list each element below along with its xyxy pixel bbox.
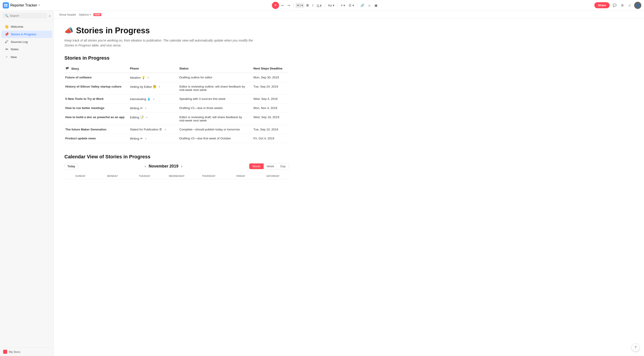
sidebar-item-label: New [11,55,49,59]
day-view-button[interactable]: Day [277,164,289,169]
calendar-day-header: THURSDAY [193,173,225,179]
welcome-icon: 👋 [4,24,9,29]
sidebar-nav: 👋 Welcome 📌 Stories in Progress 🖊 Source… [0,21,54,347]
calendar-day-header: TUESDAY [128,173,160,179]
svg-rect-0 [4,4,6,5]
help-button[interactable]: ? [632,344,640,352]
show-header-button[interactable]: Show header [59,13,76,16]
section-title: Stories in Progress [64,55,289,61]
sidebar-item-label: Sources Log [11,40,44,43]
toolbar-right: Share 💬 ⚙ ⤢ 👤 [594,2,641,9]
calendar-section: Calendar View of Stories in Progress Tod… [64,154,289,179]
prev-month-button[interactable]: ‹ [145,164,146,169]
underline-button[interactable]: U ▾ [316,3,323,8]
week-view-button[interactable]: Week [264,164,277,169]
phase-dropdown-btn[interactable]: ▼ [144,137,147,140]
redo-button[interactable]: ↪ [286,3,292,8]
my-docs-item[interactable]: My Docs [3,350,50,354]
calendar-header: Today ‹ November 2019 › Month Week Day [64,163,289,169]
toolbar-center: + ↩ ↪ H1 ▾ B I U ▾ Aa ▾ ≡ ▾ ☰ ▾ 🔗 ☺ ▣ [58,2,592,9]
story-cell: Product update news [64,134,127,143]
emoji-button[interactable]: ☺ [366,3,372,8]
font-button[interactable]: Aa ▾ [327,3,336,8]
app-chevron: ▾ [38,4,40,7]
phase-text: Writing ✏ [130,107,143,110]
month-view-button[interactable]: Month [249,164,264,169]
doc-toolbar: Show header Options ▾ NEW! [54,11,644,19]
doc-content: 📣 Stories in Progress Keep track of all … [54,19,300,190]
table-row: The future Maker Generation Slated for P… [64,125,289,134]
col-header-deadline: Next Steps Deadline [251,65,289,73]
calendar-view-buttons: Month Week Day [249,163,289,169]
phase-cell: Vetting by Editor 🤔 ▼ [127,82,177,94]
doc-description: Keep track of all stories you're working… [64,38,257,48]
phase-dropdown-btn[interactable]: ▼ [146,116,148,119]
settings-button[interactable]: ⚙ [620,3,625,8]
deadline-cell: Mon, Sep 30, 2019 [251,73,289,82]
phase-dropdown-btn[interactable]: ▼ [147,76,150,79]
table-row: How to run better meetings Writing ✏ ▼ D… [64,103,289,113]
phase-cell: Ideation 💡 ▼ [127,73,177,82]
search-input[interactable] [10,14,45,17]
my-docs-icon [3,350,7,354]
story-cell: History of Silicon Valley startup cultur… [64,82,127,94]
phase-dropdown-btn[interactable]: ▼ [152,98,155,101]
phase-cell: Writing ✏ ▼ [127,134,177,143]
undo-button[interactable]: ↩ [280,3,285,8]
phase-text: Ideation 💡 [130,76,145,79]
next-month-button[interactable]: › [181,164,182,169]
comment-button[interactable]: 💬 [611,3,618,8]
sidebar-item-notes[interactable]: ✏ Notes [1,45,52,53]
table-row: How to build a doc as powerful as an app… [64,113,289,125]
today-button[interactable]: Today [64,163,78,169]
col-header-phase: Phase [127,65,177,73]
expand-button[interactable]: ⤢ [627,3,632,8]
svg-rect-1 [6,4,8,5]
add-button[interactable]: + [272,2,279,9]
calendar-day-header: SUNDAY [64,173,96,179]
options-button[interactable]: Options ▾ [79,13,91,16]
main-layout: 🔍 « 👋 Welcome 📌 Stories in Progress 🖊 So… [0,11,644,356]
list-button[interactable]: ☰ ▾ [347,3,355,8]
share-button[interactable]: Share [594,2,610,8]
media-button[interactable]: ▣ [373,3,379,8]
collapse-sidebar-button[interactable]: « [49,14,51,18]
bold-button[interactable]: B [305,3,310,8]
sidebar-item-new[interactable]: + New [1,53,52,61]
deadline-cell: Wed, Sep 18, 2019 [251,113,289,125]
separator-3 [338,3,338,7]
align-button[interactable]: ≡ ▾ [340,3,346,8]
sidebar-item-welcome[interactable]: 👋 Welcome [1,23,52,30]
phase-dropdown-btn[interactable]: ▼ [158,86,161,88]
notes-icon: ✏ [4,47,9,51]
link-button[interactable]: 🔗 [359,3,366,8]
status-cell: Drafting V1—due in three weeks [177,103,251,113]
doc-title-emoji: 📣 [64,26,73,35]
avatar: 👤 [634,2,641,9]
calendar-day-header: SATURDAY [257,173,289,179]
stories-section: Stories in Progress 🏴 Story Phase Status… [64,55,289,143]
table-row: Product update news Writing ✏ ▼ Drafting… [64,134,289,143]
heading-button[interactable]: H1 ▾ [296,3,304,8]
calendar-nav: ‹ November 2019 › [145,164,182,169]
search-input-wrap[interactable]: 🔍 [3,13,47,18]
story-cell: Future of software [64,73,127,82]
sources-icon: 🖊 [4,40,9,44]
sidebar-item-stories[interactable]: 📌 Stories in Progress [1,31,52,38]
stories-table: 🏴 Story Phase Status Next Steps Deadline… [64,65,289,143]
phase-text: Interviewing 💧 [130,97,151,101]
sidebar-item-sources[interactable]: 🖊 Sources Log ··· [1,38,52,45]
new-icon: + [4,55,9,59]
phase-dropdown-btn[interactable]: ▼ [144,107,147,110]
phase-text: Writing ✏ [130,137,143,140]
app-title: Reporter Tracker [10,3,37,7]
doc-title: Stories in Progress [76,26,150,35]
status-cell: Drafting outline for editor [177,73,251,82]
table-row: History of Silicon Valley startup cultur… [64,82,289,94]
story-cell: The future Maker Generation [64,125,127,134]
calendar-section-title: Calendar View of Stories in Progress [64,154,289,160]
phase-dropdown-btn[interactable]: ▼ [164,128,166,131]
story-cell: 5 New Tools to Try at Work [64,94,127,103]
italic-button[interactable]: I [311,3,314,8]
stories-icon: 📌 [4,32,9,36]
